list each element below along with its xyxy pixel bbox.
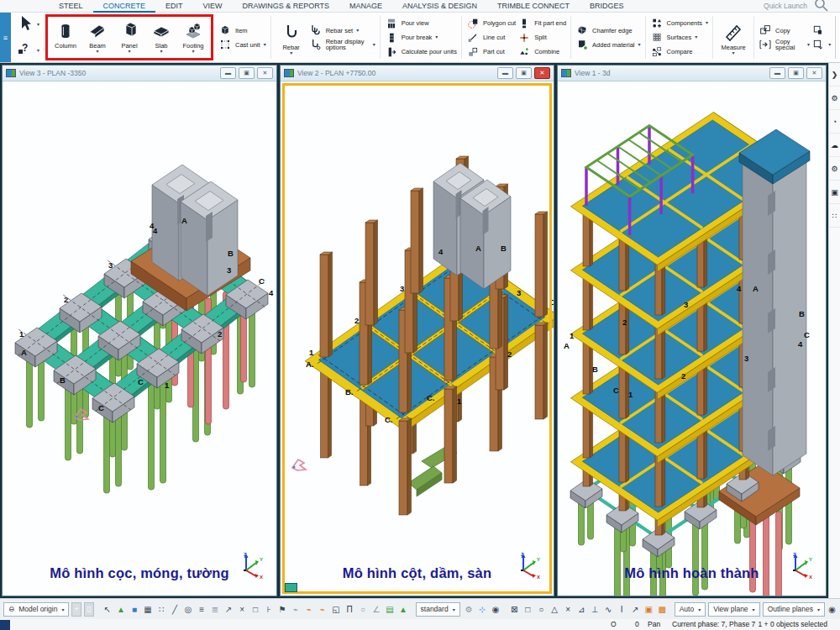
sel-rect-icon[interactable]: □	[522, 603, 534, 616]
close-button[interactable]: ✕	[257, 67, 273, 79]
sel-arrow-icon[interactable]: ↗	[629, 603, 642, 616]
trimble-connect-icon[interactable]: ◔	[829, 110, 840, 134]
cloud-icon[interactable]: ☁	[829, 134, 840, 157]
minimize-button[interactable]: ▬	[769, 67, 785, 79]
corner-snap-icon[interactable]: ◱	[330, 603, 343, 616]
select-arrow-icon[interactable]: ↖	[102, 603, 114, 616]
tab-bridges[interactable]: BRIDGES	[580, 0, 634, 13]
sel-tri-icon[interactable]: △	[549, 603, 561, 616]
sel-x-icon[interactable]: ×	[562, 603, 575, 616]
snap-perp-icon[interactable]: ⊦	[263, 603, 276, 616]
snap-lines2-icon[interactable]: ≣	[209, 603, 222, 616]
outline-planes-dropdown[interactable]: Outline planes ▾	[763, 602, 825, 617]
viewport-titlebar[interactable]: View 1 - 3d ▬ ▣ ✕	[558, 66, 826, 81]
origin-icon: ⊖	[8, 605, 14, 613]
add-plane-button[interactable]: +	[71, 602, 81, 617]
angle-snap-icon[interactable]: ∠	[370, 603, 383, 616]
doc-green-icon[interactable]: ▤	[384, 603, 396, 616]
snap-green-icon[interactable]: ▲	[115, 603, 128, 616]
close-button[interactable]: ✕	[534, 67, 550, 79]
rebar-display-options-button[interactable]: Rebar display options ▾	[309, 39, 375, 51]
snap-grid-icon[interactable]: ▦	[142, 603, 155, 616]
viewport-canvas[interactable]: 1234ABC4AC432C1B Mô hình cọc, móng, tườn…	[3, 81, 276, 596]
tab-trimble-connect[interactable]: TRIMBLE CONNECT	[487, 0, 580, 13]
auto-dropdown[interactable]: Auto ▾	[675, 602, 706, 617]
gear-icon[interactable]: ⚙	[463, 603, 475, 616]
tri-green-icon[interactable]: ▲	[397, 603, 410, 616]
combine-button[interactable]: Combine	[517, 45, 566, 58]
components-icon[interactable]: ∷	[829, 204, 840, 228]
snap-ref-icon[interactable]: ◎	[182, 603, 195, 616]
ortho-icon[interactable]: ◉	[490, 603, 502, 616]
plane-button[interactable]: ▯	[84, 602, 94, 617]
settings-gear-icon[interactable]: ⚙	[829, 157, 840, 181]
collapse-chevron-icon[interactable]: ❯	[829, 63, 840, 87]
rebar-snap1-icon[interactable]: ⌁	[290, 603, 302, 616]
slab-button[interactable]: Slab ▾	[145, 18, 177, 54]
snap-blue-icon[interactable]: ■	[129, 603, 141, 616]
part-cut-button[interactable]: Part cut	[466, 45, 516, 58]
sel-circle-icon[interactable]: ○	[535, 603, 548, 616]
minimize-button[interactable]: ▬	[220, 67, 236, 79]
tab-edit[interactable]: EDIT	[155, 0, 193, 13]
sel-rail-icon[interactable]: ⊥	[589, 603, 601, 616]
panel-button[interactable]: Panel ▾	[113, 18, 145, 54]
sel-ibar-icon[interactable]: I	[616, 603, 628, 616]
model-cube-icon[interactable]: ▣	[829, 181, 840, 204]
snap-profile-dropdown[interactable]: standard ▾	[416, 602, 460, 617]
added-material-button[interactable]: Added material ▾	[575, 39, 640, 51]
viewport-plan-structure[interactable]: View 2 - PLAN +7750.00 ▬ ▣ ✕ 123A.B.C.4A…	[280, 65, 554, 596]
ribbon-collapse-handle[interactable]: ≡	[0, 13, 11, 62]
model-origin-dropdown[interactable]: ⊖ Model origin ▾	[3, 602, 69, 617]
tab-concrete[interactable]: CONCRETE	[93, 0, 156, 13]
maximize-button[interactable]: ▣	[788, 67, 804, 79]
viewport-titlebar[interactable]: View 3 - PLAN -3350 ▬ ▣ ✕	[3, 66, 276, 81]
viewport-3d[interactable]: View 1 - 3d ▬ ▣ ✕ 4A321ABCBC4321 Mô hình…	[557, 65, 827, 596]
snap-cut-icon[interactable]: ×	[236, 603, 249, 616]
circle-snap-icon[interactable]: ○	[357, 603, 370, 616]
gear-question-icon[interactable]: ⚙	[829, 87, 840, 110]
snap-flag-icon[interactable]: ⚑	[276, 603, 289, 616]
snap-edit-icon[interactable]: ↗	[223, 603, 235, 616]
snap-lines-icon[interactable]: ≡	[196, 603, 208, 616]
sel-orange1-icon[interactable]: ▣	[643, 603, 655, 616]
measure-button[interactable]: Measure ▾	[717, 19, 749, 55]
viewport-plan-foundation[interactable]: View 3 - PLAN -3350 ▬ ▣ ✕ 1234ABC4AC432C…	[2, 65, 277, 596]
inquire-tool-button[interactable]: ? ▾	[15, 39, 39, 61]
rebar-snap3-icon[interactable]: ⌁	[317, 603, 329, 616]
maximize-button[interactable]: ▣	[516, 67, 532, 79]
view-plane-dropdown[interactable]: View plane ▾	[708, 602, 759, 617]
tab-view[interactable]: VIEW	[193, 0, 233, 13]
copy-special-button[interactable]: Copy special ▾	[759, 39, 810, 51]
maximize-button[interactable]: ▣	[239, 67, 255, 79]
snap-points-icon[interactable]: ∷	[155, 603, 168, 616]
viewport-canvas[interactable]: 4A321ABCBC4321 Mô hình hoàn thành ZYX	[558, 81, 826, 596]
viewport-canvas[interactable]: 123A.B.C.4AC4321C.B Mô hình cột, dầm, sà…	[281, 81, 554, 596]
rebar-snap2-icon[interactable]: ⌁	[303, 603, 316, 616]
sel-all-icon[interactable]: ⊠	[508, 603, 521, 616]
node-snap-icon[interactable]: ⊹	[476, 603, 489, 616]
beam-button[interactable]: Beam ▾	[81, 18, 113, 54]
footing-button[interactable]: Footing ▾	[177, 18, 209, 54]
rebar-button[interactable]: Rebar ▾	[276, 19, 307, 55]
calculate-pour-units-button[interactable]: Calculate pour units	[385, 45, 457, 58]
tab-analysis-design[interactable]: ANALYSIS & DESIGN	[392, 0, 487, 13]
sel-wedge-icon[interactable]: ⊿	[575, 603, 588, 616]
sel-wave-icon[interactable]: ∿	[602, 603, 615, 616]
sel-orange2-icon[interactable]: ▩	[656, 603, 669, 616]
compare-button[interactable]: Compare	[650, 45, 709, 58]
select-tool-button[interactable]: ▾	[15, 13, 39, 35]
tab-manage[interactable]: MANAGE	[339, 0, 392, 13]
cast-unit-button[interactable]: Cast unit ▾	[218, 39, 266, 51]
minimize-button[interactable]: ▬	[497, 67, 513, 79]
snap-rect-icon[interactable]: □	[249, 603, 262, 616]
viewport-titlebar[interactable]: View 2 - PLAN +7750.00 ▬ ▣ ✕	[281, 66, 554, 81]
tab-steel[interactable]: STEEL	[49, 0, 93, 13]
column-button[interactable]: Column	[50, 18, 81, 50]
pi-snap-icon[interactable]: Π	[344, 603, 356, 616]
close-button[interactable]: ✕	[806, 67, 822, 79]
tab-drawings-reports[interactable]: DRAWINGS & REPORTS	[233, 0, 340, 13]
snap-line-icon[interactable]: ╱	[169, 603, 181, 616]
eye-icon[interactable]: ◉	[827, 603, 837, 616]
move-special-button[interactable]: ▾	[811, 39, 831, 51]
